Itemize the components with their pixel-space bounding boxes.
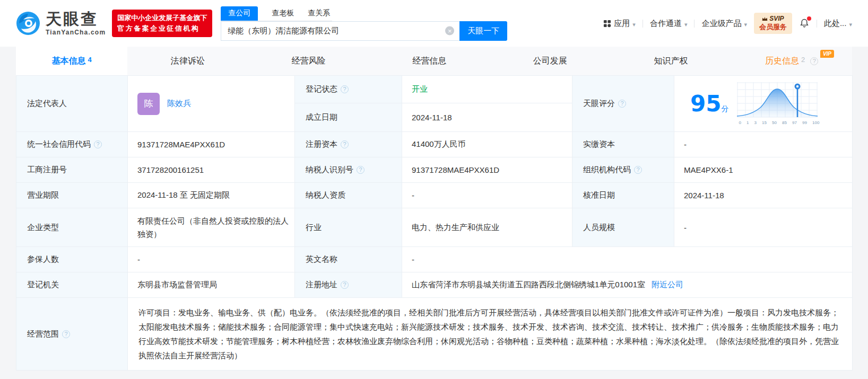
nav-divider <box>643 20 643 28</box>
nav-cooperation-label: 合作通道 <box>650 19 682 29</box>
clear-icon[interactable] <box>445 27 454 36</box>
score-value-cell: 95分 <box>674 76 853 132</box>
industry-value-cell: 电力、热力生产和供应业 <box>402 208 572 247</box>
address-text: 山东省菏泽市东明县城关街道五四路西段北侧锦绣城1单元01001室 <box>412 280 645 289</box>
score-distribution-chart: 0131550859799100 <box>737 82 821 125</box>
legal-rep-label-cell: 法定代表人 <box>16 76 128 132</box>
chevron-down-icon <box>632 19 636 28</box>
approval-date-label-cell: 核准日期 <box>572 183 674 208</box>
help-icon[interactable] <box>810 57 818 65</box>
tab-label: 经营风险 <box>292 56 326 67</box>
help-icon[interactable] <box>341 85 349 93</box>
establish-date-value-cell: 2024-11-18 <box>402 103 572 132</box>
user-menu[interactable]: 此处... <box>824 19 852 29</box>
business-term-value-cell: 2024-11-18 至 无固定期限 <box>128 183 295 208</box>
field-label: 注册资本 <box>306 139 337 149</box>
company-type-label-cell: 企业类型 <box>16 208 128 247</box>
field-label: 经营范围 <box>27 329 59 339</box>
score-chart-tick: 85 <box>782 120 787 125</box>
tab-basic-info[interactable]: 基本信息 4 <box>16 47 127 75</box>
credit-code-value-cell: 91371728MAE4PXX61D <box>128 132 295 157</box>
search-button[interactable]: 天眼一下 <box>459 21 507 41</box>
search-input[interactable] <box>221 21 459 41</box>
field-label: 英文名称 <box>306 254 337 265</box>
tab-legal-proceedings[interactable]: 法律诉讼 <box>127 47 248 75</box>
tab-count: 2 <box>801 56 805 64</box>
search-tab-boss[interactable]: 查老板 <box>272 8 294 21</box>
english-name-label-cell: 英文名称 <box>295 247 402 272</box>
nav-apps-label: 应用 <box>614 19 630 29</box>
help-icon[interactable] <box>62 330 70 338</box>
field-value: 371728200161251 <box>137 165 204 174</box>
tab-business-info[interactable]: 经营信息 <box>369 47 490 75</box>
chevron-down-icon <box>849 19 852 28</box>
legal-rep-value-cell: 陈 陈效兵 <box>128 76 295 132</box>
nav-enterprise-products[interactable]: 企业级产品 <box>701 19 747 29</box>
help-icon[interactable] <box>341 281 349 289</box>
help-icon[interactable] <box>94 140 102 148</box>
field-label: 核准日期 <box>583 190 615 200</box>
reg-status-value-cell: 开业 <box>402 76 572 103</box>
tab-operating-risk[interactable]: 经营风险 <box>248 47 369 75</box>
field-label: 成立日期 <box>306 112 337 122</box>
score-chart-tick: 50 <box>772 120 777 125</box>
reg-status-label-cell: 登记状态 <box>295 76 402 103</box>
nav-cooperation[interactable]: 合作通道 <box>650 19 688 29</box>
top-header: 天眼查 TianYanCha.com 国家中小企业发展子基金旗下 官方备案企业征… <box>0 0 868 47</box>
legal-rep-avatar[interactable]: 陈 <box>137 93 160 115</box>
nav-apps[interactable]: 应用 <box>603 19 636 29</box>
score-chart-tick: 0 <box>739 120 741 125</box>
score-label-cell: 天眼评分 <box>572 76 674 132</box>
field-label: 登记状态 <box>306 84 337 94</box>
tab-intellectual-property[interactable]: 知识产权 <box>611 47 732 75</box>
field-value: - <box>684 140 687 149</box>
tab-history-info[interactable]: VIP 历史信息 2 <box>731 47 852 75</box>
field-label: 工商注册号 <box>27 165 67 175</box>
tab-label: 知识产权 <box>654 56 688 67</box>
help-icon[interactable] <box>634 166 642 174</box>
tab-label: 公司发展 <box>533 56 567 67</box>
field-label: 组织机构代码 <box>583 165 631 175</box>
help-icon[interactable] <box>618 100 626 108</box>
help-icon[interactable] <box>341 140 349 148</box>
field-label: 注册地址 <box>306 280 337 290</box>
establish-date-label-cell: 成立日期 <box>295 103 402 132</box>
tab-company-development[interactable]: 公司发展 <box>490 47 611 75</box>
search-tab-relation[interactable]: 查关系 <box>308 8 330 21</box>
crown-icon <box>762 16 768 21</box>
notification-bell-icon[interactable] <box>799 18 810 29</box>
tianyancha-logo-icon <box>16 11 40 36</box>
reg-number-label-cell: 工商注册号 <box>16 157 128 183</box>
tab-label: 经营信息 <box>412 56 446 67</box>
taxpayer-quality-value-cell: - <box>402 183 572 208</box>
chevron-down-icon <box>744 19 747 28</box>
field-value: - <box>137 255 140 264</box>
business-scope-label-cell: 经营范围 <box>16 298 128 371</box>
company-info-table: 法定代表人 陈 陈效兵 登记状态 开业 天眼评分 95分 <box>16 75 853 371</box>
score-chart-tick: 97 <box>792 120 797 125</box>
svip-membership-button[interactable]: SVIP 会员服务 <box>754 13 792 33</box>
tianyancha-logo[interactable]: 天眼查 TianYanCha.com <box>16 11 106 36</box>
org-code-label-cell: 组织机构代码 <box>572 157 674 183</box>
section-tab-bar: 基本信息 4 法律诉讼 经营风险 经营信息 公司发展 知识产权 VIP 历史信息… <box>16 47 852 75</box>
score-value: 95分 <box>690 93 728 115</box>
field-value: 91371728MAE4PXX61D <box>137 140 225 149</box>
help-icon[interactable] <box>357 166 364 174</box>
legal-rep-name-link[interactable]: 陈效兵 <box>167 99 191 109</box>
search-tab-company[interactable]: 查公司 <box>221 6 258 21</box>
field-label: 登记机关 <box>27 280 59 290</box>
main-content: 基本信息 4 法律诉讼 经营风险 经营信息 公司发展 知识产权 VIP 历史信息… <box>16 47 852 371</box>
chevron-down-icon <box>684 19 688 28</box>
search-tabs: 查公司 查老板 查关系 <box>221 6 332 21</box>
reg-capital-value-cell: 41400万人民币 <box>402 132 572 157</box>
field-value: - <box>412 191 414 200</box>
field-label: 参保人数 <box>27 254 59 265</box>
certification-badge: 国家中小企业发展子基金旗下 官方备案企业征信机构 <box>112 10 212 37</box>
taxpayer-quality-label-cell: 纳税人资质 <box>295 183 402 208</box>
cert-line1: 国家中小企业发展子基金旗下 <box>117 13 207 23</box>
search-area: 查公司 查老板 查关系 天眼一下 <box>221 6 507 41</box>
nearby-companies-link[interactable]: 附近公司 <box>652 280 683 289</box>
score-chart-tick: 15 <box>762 120 767 125</box>
field-value: 41400万人民币 <box>412 139 466 148</box>
field-value: MAE4PXX6-1 <box>684 165 733 174</box>
